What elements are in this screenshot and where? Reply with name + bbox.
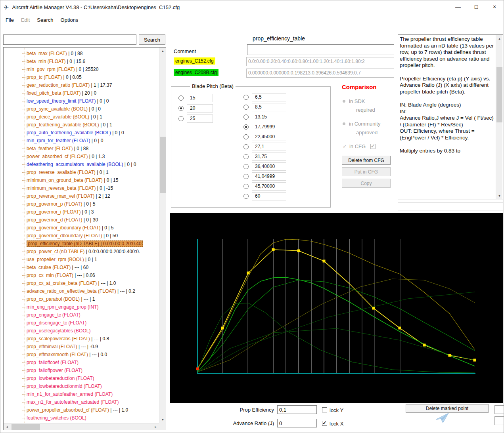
scroll-up-icon[interactable]: ▲ [496, 35, 503, 42]
file-value-engines-c208b[interactable]: 0.000000:0.000000:0.198213:0.396426:0.59… [246, 69, 394, 78]
search-input[interactable] [3, 34, 136, 45]
efficiency-chart[interactable] [170, 213, 503, 403]
efficiency-chart-svg[interactable] [170, 213, 503, 403]
pitch-value-value[interactable]: 17,79999 [252, 123, 286, 131]
tree-item-prop_sync_available[interactable]: prop_sync_available (BOOL) | 0 | 0 [4, 105, 159, 113]
beta-option-25[interactable]: 25 [178, 114, 213, 123]
tree-hscroll-thumb[interactable] [11, 424, 40, 430]
file-tag-engines-c152[interactable]: engines_C152.cfg [174, 57, 215, 65]
beta-option-value[interactable]: 15 [187, 94, 213, 102]
beta-option-15[interactable]: 15 [178, 94, 213, 102]
prop-efficiency-input[interactable] [277, 405, 317, 414]
tree-item-advance_ratio_on_effective_beta[interactable]: advance_ratio_on_effective_beta (FLOAT) … [4, 287, 159, 295]
menu-file[interactable]: File [2, 16, 17, 24]
advance-ratio-input[interactable] [277, 419, 317, 427]
tree-item-prop_cx_min[interactable]: prop_cx_min (FLOAT) | --- | 0.06 [4, 271, 159, 279]
tree-item-fixed_pitch_beta[interactable]: fixed_pitch_beta (FLOAT) | 20 | 0 [4, 89, 159, 97]
radio-icon[interactable] [178, 106, 184, 111]
tree-item-prop_governor_p[interactable]: prop_governor_p (FLOAT) | 0 | 5 [4, 200, 159, 208]
tree-horizontal-scrollbar[interactable]: ◄ ► [4, 423, 159, 430]
radio-icon[interactable] [243, 124, 249, 130]
tree-item-feathering_switches[interactable]: feathering_switches (BOOL) [4, 414, 159, 422]
beta-option-value[interactable]: 25 [187, 114, 213, 123]
help-vscroll-thumb[interactable] [496, 67, 502, 122]
help-vertical-scrollbar[interactable]: ▲ ▼ [496, 35, 502, 199]
minimize-button[interactable]: — [449, 0, 467, 13]
file-value-engines-c152[interactable]: 0.0:0.00:0.20:0.40:0.60:0.80:1.00:1.20:1… [246, 57, 394, 66]
side-mini-field-1[interactable] [494, 405, 504, 414]
tree-item-beta_max[interactable]: beta_max (FLOAT) | 0 | 88 [4, 50, 159, 57]
tree-item-prop_tc[interactable]: prop_tc (FLOAT) | 0 | 0.05 [4, 73, 159, 81]
tree-item-prop_cx_at_cruise_beta[interactable]: prop_cx_at_cruise_beta (FLOAT) | --- | 1… [4, 279, 159, 287]
tree-item-prop_lowbetareductionmid[interactable]: prop_lowbetareductionmid (FLOAT) [4, 382, 159, 390]
pitch-value-8-5[interactable]: 8,5 [243, 103, 286, 111]
radio-icon[interactable] [243, 194, 249, 199]
tree-item-gear_reduction_ratio[interactable]: gear_reduction_ratio (FLOAT) | 1 | 17.37 [4, 81, 159, 89]
delete-from-cfg-button[interactable]: Delete from CFG [342, 156, 391, 165]
lock-y-checkbox[interactable] [322, 407, 327, 412]
radio-icon[interactable] [243, 95, 249, 100]
pitch-value-17-79999[interactable]: 17,79999 [243, 123, 286, 131]
tree-item-beta_feather[interactable]: beta_feather (FLOAT) | 0 | 88 [4, 145, 159, 153]
tree-vertical-scrollbar[interactable]: ▲ ▼ [159, 48, 166, 423]
radio-icon[interactable] [178, 116, 184, 121]
lock-x-checkbox[interactable] [322, 421, 327, 426]
pitch-value-value[interactable]: 13,15 [252, 113, 286, 121]
menu-options[interactable]: Options [57, 16, 82, 24]
scroll-up-icon[interactable]: ▲ [159, 48, 166, 54]
tree-item-prop_lowbetareduction[interactable]: prop_lowbetareduction (FLOAT) [4, 374, 159, 382]
pitch-value-value[interactable]: 60 [252, 192, 286, 200]
pitch-value-value[interactable]: 6,5 [252, 93, 286, 101]
tree-item-prop_falloffpower[interactable]: prop_falloffpower (FLOAT) [4, 366, 159, 374]
tree-item-prop_governor_iboundary[interactable]: prop_governor_iboundary (FLOAT) | 0 | 5 [4, 224, 159, 232]
tree-item-power_absorbed_cf[interactable]: power_absorbed_cf (FLOAT) | 0 | 1.3 [4, 153, 159, 160]
tree-item-prop_effmaxsmooth[interactable]: prop_effmaxsmooth (FLOAT) | --- | 0.0 [4, 351, 159, 359]
tree-item-prop_disengage_tc[interactable]: prop_disengage_tc (FLOAT) [4, 319, 159, 327]
parameter-value-editor[interactable] [247, 44, 394, 55]
tree-item-prop_power_cf[interactable]: prop_power_cf (nD TABLE) | 0.0:0.000:0.2… [4, 248, 159, 256]
tree-item-prop_uselegacytables[interactable]: prop_uselegacytables (BOOL) [4, 327, 159, 335]
tree-item-minimum_on_ground_beta[interactable]: minimum_on_ground_beta (FLOAT) | 0 | 15 [4, 176, 159, 184]
tree-item-prop_effminval[interactable]: prop_effminval (FLOAT) | --- | -0.9 [4, 343, 159, 351]
tree-item-prop_governor_i[interactable]: prop_governor_i (FLOAT) | 0 | 3 [4, 208, 159, 216]
radio-icon[interactable] [243, 164, 249, 169]
tree-item-prop_auto_feathering_available[interactable]: prop_auto_feathering_available (BOOL) | … [4, 129, 159, 137]
pitch-value-36-40000[interactable]: 36,40000 [243, 162, 286, 171]
pitch-value-45-70000[interactable]: 45,70000 [243, 182, 286, 191]
pitch-value-27-1[interactable]: 27,1 [243, 143, 286, 151]
pitch-value-value[interactable]: 41,04999 [252, 172, 286, 181]
radio-icon[interactable] [243, 105, 249, 110]
tree-item-prop_efficiency_table[interactable]: prop_efficiency_table (nD TABLE) | 0.0:0… [4, 240, 159, 248]
close-button[interactable]: × [485, 0, 504, 13]
tree-item-low_speed_theory_limit[interactable]: low_speed_theory_limit (FLOAT) | 0 | 0 [4, 97, 159, 105]
pitch-value-value[interactable]: 27,1 [252, 143, 286, 151]
pitch-value-31-75[interactable]: 31,75 [243, 153, 286, 161]
radio-icon[interactable] [243, 154, 249, 159]
maximize-button[interactable]: □ [467, 0, 485, 13]
tree-item-power_propeller_absorbed_cf[interactable]: power_propeller_absorbed_cf (FLOAT) | --… [4, 406, 159, 414]
radio-icon[interactable] [243, 134, 249, 139]
pitch-value-41-04999[interactable]: 41,04999 [243, 172, 286, 181]
tree-item-prop_governor_d[interactable]: prop_governor_d (FLOAT) | 0 | 30 [4, 216, 159, 224]
radio-icon[interactable] [243, 184, 249, 189]
search-button[interactable]: Search [139, 34, 165, 45]
tree-item-prop_engage_tc[interactable]: prop_engage_tc (FLOAT) [4, 311, 159, 319]
in-cfg-checkbox[interactable] [370, 144, 376, 149]
tree-item-prop_reverse_available[interactable]: prop_reverse_available (FLOAT) | 0 | 1 [4, 168, 159, 176]
scroll-down-icon[interactable]: ▼ [159, 416, 166, 423]
menu-search[interactable]: Search [33, 16, 57, 24]
radio-icon[interactable] [243, 144, 249, 149]
pitch-value-value[interactable]: 8,5 [252, 103, 286, 111]
scroll-right-icon[interactable]: ► [152, 423, 159, 430]
tree-item-prop_feathering_available[interactable]: prop_feathering_available (BOOL) | 0 | 1 [4, 121, 159, 129]
radio-icon[interactable] [243, 114, 249, 120]
tree-vscroll-thumb[interactable] [160, 137, 166, 193]
tree-item-max_n1_for_autofeather_actuated[interactable]: max_n1_for_autofeather_actuated (FLOAT) [4, 398, 159, 406]
tree-item-min_n1_for_autofeather_armed[interactable]: min_n1_for_autofeather_armed (FLOAT) [4, 390, 159, 398]
delete-marked-point-button[interactable]: Delete marked point [406, 404, 489, 413]
pitch-value-13-15[interactable]: 13,15 [243, 113, 286, 121]
tree-item-beta_min[interactable]: beta_min (FLOAT) | 0 | 15.6 [4, 57, 159, 65]
pitch-value-22-45000[interactable]: 22,45000 [243, 133, 286, 141]
pitch-value-value[interactable]: 22,45000 [252, 133, 286, 141]
radio-icon[interactable] [178, 95, 184, 101]
